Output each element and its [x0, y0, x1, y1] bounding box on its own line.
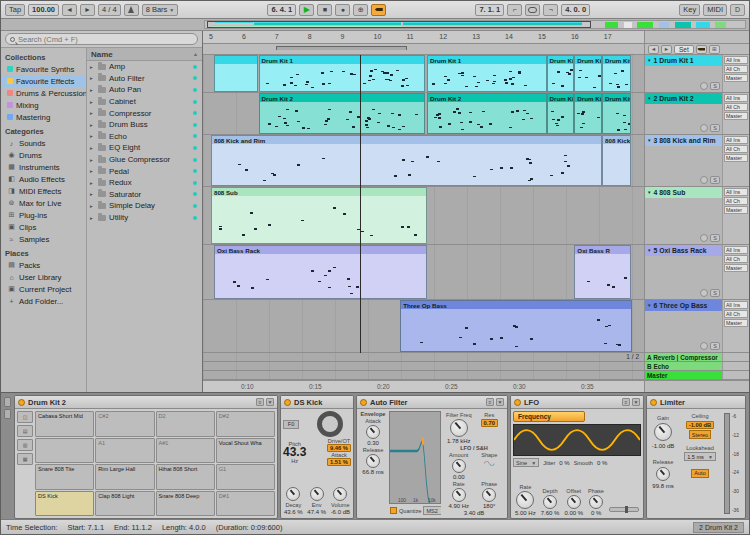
routing-chooser[interactable]: All Ins: [724, 136, 748, 144]
drum-pad-snare-808-tite[interactable]: Snare 808 Tite: [35, 464, 94, 490]
lfo-amount-knob[interactable]: [452, 459, 466, 473]
wave-type-selector[interactable]: Sine▼: [513, 458, 539, 467]
jitter-value[interactable]: 0 %: [559, 460, 569, 466]
search-input[interactable]: [18, 35, 193, 44]
sidebar-item-plug-ins[interactable]: ⊞Plug-ins: [1, 209, 86, 221]
macro-view-toggle[interactable]: ◫: [17, 411, 33, 423]
volume-knob[interactable]: [333, 487, 347, 501]
track-header[interactable]: ▼3808 Kick and RimS: [644, 135, 722, 186]
browser-device-amp[interactable]: ▸Amp: [87, 61, 202, 73]
routing-chooser[interactable]: All Ch: [724, 145, 748, 153]
loop-length-field[interactable]: 4. 0. 0: [561, 4, 590, 16]
scrub-area[interactable]: ◄ ► Set ⊞: [203, 44, 749, 55]
quantize-menu[interactable]: 8 Bars▼: [142, 4, 179, 16]
punch-out-button[interactable]: ¬: [543, 4, 558, 16]
sidebar-item-samples[interactable]: ≈Samples: [1, 233, 86, 245]
offset-knob[interactable]: [567, 495, 581, 509]
smooth-value[interactable]: 0 %: [597, 460, 607, 466]
arrangement-clip[interactable]: Drum Kit 2: [574, 93, 602, 134]
decay-knob[interactable]: [286, 487, 300, 501]
track-header[interactable]: ▼2Drum Kit 2S: [644, 93, 722, 134]
arrangement-clip[interactable]: 808 Sub: [211, 187, 427, 244]
expand-arrow-icon[interactable]: ▸: [90, 110, 95, 116]
output-slider[interactable]: [609, 507, 639, 512]
loop-start-field[interactable]: 7. 1. 1: [475, 4, 504, 16]
map-target-button[interactable]: Frequency: [513, 411, 585, 422]
routing-chooser[interactable]: All Ch: [724, 65, 748, 73]
arrangement-clip[interactable]: Oxi Bass Rack: [214, 245, 427, 299]
limiter-title-bar[interactable]: Limiter: [647, 396, 745, 409]
track-arm-button[interactable]: [700, 342, 708, 350]
io-view-toggle[interactable]: ▦: [17, 453, 33, 465]
track-header[interactable]: ▼5Oxi Bass RackS: [644, 245, 722, 299]
metronome-button[interactable]: [124, 4, 139, 16]
expand-arrow-icon[interactable]: ▸: [90, 157, 95, 163]
nudge-up-button[interactable]: ►: [80, 4, 95, 16]
drum-pad-d2[interactable]: D2: [156, 411, 215, 437]
time-signature-marker[interactable]: 1 / 2: [626, 353, 639, 360]
routing-chooser[interactable]: All Ins: [724, 246, 748, 254]
expand-arrow-icon[interactable]: ▸: [90, 122, 95, 128]
time-signature-field[interactable]: 4 / 4: [98, 4, 121, 16]
lfo-rate-knob[interactable]: [452, 488, 466, 502]
return-header[interactable]: A Reverb | Compressor: [644, 353, 722, 361]
browser-device-eq-eight[interactable]: ▸EQ Eight: [87, 142, 202, 154]
punch-in-button[interactable]: ⌐: [507, 4, 522, 16]
routing-chooser[interactable]: Master: [724, 319, 748, 327]
routing-chooser[interactable]: All Ch: [724, 103, 748, 111]
browser-device-redux[interactable]: ▸Redux: [87, 177, 202, 189]
browser-device-utility[interactable]: ▸Utility: [87, 212, 202, 224]
drum-pad-snare-808-deep[interactable]: Snare 808 Deep: [156, 491, 215, 517]
drum-pad-cabasa-short-mid[interactable]: Cabasa Short Mid: [35, 411, 94, 437]
sidebar-item-drums-percussion[interactable]: Drums & Percussion: [1, 87, 86, 99]
track-arm-button[interactable]: [700, 82, 708, 90]
track-arm-button[interactable]: [700, 289, 708, 297]
sidebar-item-mastering[interactable]: Mastering: [1, 111, 86, 123]
arrangement-clip[interactable]: Drum Kit 1: [427, 55, 547, 92]
lookahead-selector[interactable]: 1.5 ms▼: [684, 452, 716, 461]
track-title-bar[interactable]: ▼1Drum Kit 1: [645, 55, 722, 66]
track-header[interactable]: ▼6Three Op BassS: [644, 300, 722, 352]
hot-swap-icon[interactable]: ≡: [256, 398, 264, 406]
phase-knob[interactable]: [589, 495, 603, 509]
track-solo-button[interactable]: S: [710, 342, 720, 350]
drum-pad-clap-808-light[interactable]: Clap 808 Light: [95, 491, 154, 517]
return-title-bar[interactable]: A Reverb | Compressor: [645, 353, 722, 361]
device-on-button[interactable]: [650, 399, 657, 406]
env-knob[interactable]: [310, 487, 324, 501]
routing-chooser[interactable]: Master: [724, 264, 748, 272]
routing-chooser[interactable]: Master: [724, 154, 748, 162]
arrangement-clip[interactable]: Drum Kit 2: [602, 93, 631, 134]
play-button[interactable]: ▶: [299, 4, 314, 16]
fold-device-icon[interactable]: ▼: [266, 398, 274, 406]
return-title-bar[interactable]: B Echo: [645, 362, 722, 370]
auto-release-button[interactable]: Auto: [691, 469, 709, 478]
routing-chooser[interactable]: Master: [724, 206, 748, 214]
arrangement-clip[interactable]: Drum Kit 1: [547, 55, 575, 92]
expand-arrow-icon[interactable]: ▸: [90, 203, 95, 209]
sidebar-item-instruments[interactable]: ▦Instruments: [1, 161, 86, 173]
rate-knob[interactable]: [516, 491, 534, 509]
clip-view-toggle[interactable]: [4, 409, 11, 419]
sidebar-item-midi-effects[interactable]: ◨MIDI Effects: [1, 185, 86, 197]
record-button[interactable]: ●: [335, 4, 350, 16]
device-on-button[interactable]: [284, 399, 291, 406]
arrangement-clip[interactable]: Three Op Bass: [400, 300, 632, 352]
set-locator-button[interactable]: Set: [674, 45, 694, 54]
arrangement-clip[interactable]: 808 Kick and: [602, 135, 631, 186]
arrangement-clip[interactable]: Oxi Bass R: [574, 245, 630, 299]
routing-chooser[interactable]: All Ins: [724, 56, 748, 64]
playhead[interactable]: [360, 55, 361, 353]
routing-chooser[interactable]: All Ins: [724, 188, 748, 196]
track-fold-icon[interactable]: ▼: [647, 138, 651, 143]
arrangement-clip[interactable]: Drum Kit 2: [259, 93, 425, 134]
sidebar-item-sounds[interactable]: ♪Sounds: [1, 137, 86, 149]
arrangement-clip[interactable]: Drum Kit 1: [574, 55, 602, 92]
pitch-value[interactable]: 43.3: [283, 447, 306, 458]
browser-device-cabinet[interactable]: ▸Cabinet: [87, 96, 202, 108]
lfo-phase-knob[interactable]: [482, 488, 496, 502]
expand-arrow-icon[interactable]: ▸: [90, 180, 95, 186]
track-arm-button[interactable]: [700, 234, 708, 242]
expand-arrow-icon[interactable]: ▸: [90, 64, 95, 70]
return-title-bar[interactable]: Master: [645, 371, 722, 379]
